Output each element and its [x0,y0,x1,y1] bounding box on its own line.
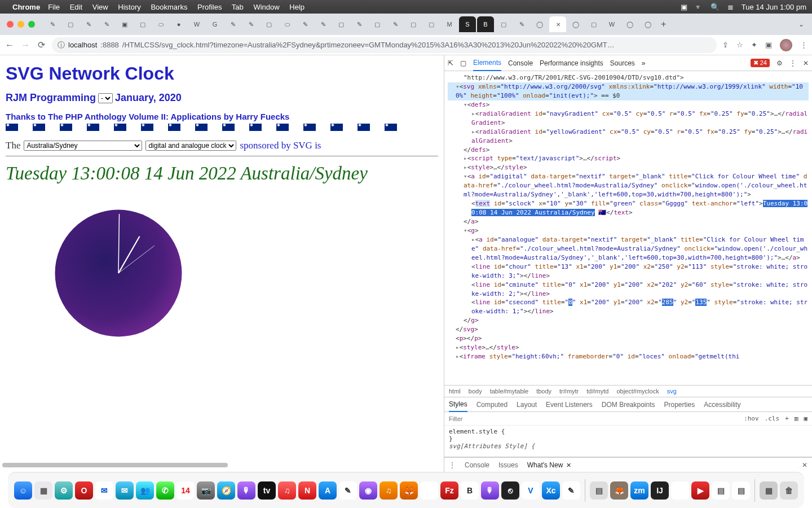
flag-icon[interactable] [33,124,45,131]
browser-tab[interactable]: ◯ [621,16,638,32]
dock-app[interactable]: ✉ [116,481,134,500]
tab-overflow-icon[interactable]: ⌄ [795,20,807,28]
dock-app[interactable]: tv [258,481,276,500]
browser-tab[interactable]: ✎ [351,16,368,32]
tab-a11y[interactable]: Accessibility [704,401,740,409]
browser-tab[interactable]: ◯ [531,16,548,32]
flag-icon[interactable] [195,124,208,131]
dock-app[interactable]: ✎ [562,481,580,500]
sidepanel-icon[interactable]: ▣ [765,41,772,49]
browser-tab[interactable]: W [188,16,205,32]
crumb[interactable]: table#mytable [490,388,529,395]
flag-icon[interactable] [60,124,72,131]
dock-app[interactable]: 🎙 [237,481,255,500]
dock-app[interactable]: ♫ [278,481,296,500]
browser-tab[interactable]: ▢ [585,16,602,32]
menu-help[interactable]: Help [289,3,304,11]
browser-tab[interactable]: ⬭ [152,16,169,32]
dock-app[interactable]: 🧭 [217,481,235,500]
browser-tab[interactable]: M [441,16,458,32]
drawer-menu-icon[interactable]: ⋮ [449,461,456,469]
drawer-whatsnew[interactable]: What's New ✕ [527,461,571,469]
inspect-icon[interactable]: ⇱ [448,59,453,67]
dock-app[interactable]: ▶ [691,481,709,500]
wifi-icon[interactable]: ᯤ [695,3,703,11]
tab-computed[interactable]: Computed [476,401,508,409]
browser-tab[interactable]: ▢ [423,16,440,32]
dock-app[interactable]: Xc [542,481,560,500]
control-center-icon[interactable]: ≣ [727,3,734,11]
browser-tab[interactable]: ✎ [80,16,97,32]
dock-app[interactable]: ▤ [712,481,730,500]
dock-app[interactable]: IJ [651,481,669,500]
dock-app[interactable]: ▤ [590,481,608,500]
menu-history[interactable]: History [118,3,140,11]
crumb[interactable]: td#mytd [586,388,608,395]
tab-layout[interactable]: Layout [517,401,537,409]
subtitle-select[interactable]: - [98,93,113,103]
close-icon[interactable]: ✕ [566,462,571,468]
mode-select[interactable]: digital and analogue clock [145,141,236,151]
menubar-app[interactable]: Chrome [12,3,40,11]
bookmark-icon[interactable]: ☆ [736,41,743,49]
dock-app[interactable]: A [319,481,337,500]
drawer-close-icon[interactable]: ✕ [802,461,807,469]
browser-tab[interactable]: ◯ [639,16,656,32]
browser-tab[interactable]: ▢ [134,16,151,32]
dock-app[interactable]: 📷 [197,481,215,500]
tab-styles[interactable]: Styles [449,400,467,412]
dock-app[interactable]: 🦊 [610,481,628,500]
browser-tab[interactable]: W [603,16,620,32]
minimize-window[interactable] [17,21,24,28]
menu-view[interactable]: View [92,3,108,11]
dock-app[interactable]: O [75,481,93,500]
breadcrumb[interactable]: html body table#mytable tbody tr#mytr td… [444,385,812,397]
share-icon[interactable]: ⇪ [722,41,729,49]
browser-tab[interactable]: S [459,16,476,32]
dock-app[interactable]: ⚙ [55,481,73,500]
menu-window[interactable]: Window [253,3,279,11]
flag-icon[interactable] [249,124,262,131]
site-info-icon[interactable]: ⓘ [58,40,65,50]
close-tab-icon[interactable]: ✕ [556,21,561,28]
dock-app[interactable]: ✎ [339,481,357,500]
flag-icon[interactable] [385,124,397,131]
crumb[interactable]: object#myclock [616,388,659,395]
styles-filter-input[interactable] [449,415,744,422]
dock-app[interactable]: ✉ [95,481,113,500]
browser-tab[interactable]: ▢ [333,16,350,32]
tab-console[interactable]: Console [508,59,533,67]
crumb[interactable]: body [469,388,482,395]
battery-icon[interactable]: ▣ [681,3,687,11]
dock-app[interactable]: 🎙 [481,481,499,500]
drawer-console[interactable]: Console [465,461,489,469]
crumb[interactable]: html [449,388,461,395]
browser-tab[interactable]: ⬭ [279,16,295,32]
tab-dombp[interactable]: DOM Breakpoints [602,401,655,409]
kebab-menu-icon[interactable]: ⋮ [800,41,807,49]
browser-tab[interactable]: ✎ [44,16,61,32]
reload-button[interactable]: ⟳ [36,40,46,50]
dock-app[interactable]: N [298,481,316,500]
omnibox[interactable]: ⓘ localhost:8888/HTMLCSS/svg_clock.html?… [52,37,717,53]
dock-app[interactable]: ✆ [156,481,174,500]
crumb[interactable]: tr#mytr [559,388,579,395]
tab-elements[interactable]: Elements [473,59,501,71]
browser-tab[interactable]: ◯ [567,16,584,32]
dock-app[interactable]: 14 [176,481,195,500]
dock-app[interactable]: 👥 [136,481,154,500]
new-tab-button[interactable]: + [657,19,669,29]
zoom-window[interactable] [28,21,35,28]
dock-app[interactable]: ⬤ [671,481,689,500]
dock-app[interactable]: ⎋ [501,481,519,500]
browser-tab[interactable]: ✎ [98,16,115,32]
flag-icon[interactable] [87,124,99,131]
profile-avatar[interactable] [780,39,792,51]
new-rule-icon[interactable]: + [785,415,789,422]
elements-tree[interactable]: "http://www.w3.org/TR/2001/REC-SVG-20010… [444,71,812,385]
flag-icon[interactable] [168,124,180,131]
dock-app[interactable]: ▤ [732,481,750,500]
horizontal-scrollbar[interactable] [2,463,228,467]
tab-listeners[interactable]: Event Listeners [546,401,593,409]
box-icon[interactable]: ▣ [804,415,807,422]
